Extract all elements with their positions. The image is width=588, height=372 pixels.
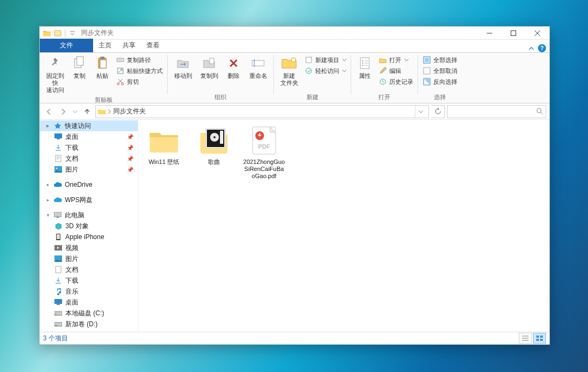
nav-documents[interactable]: 文档📌 [40, 153, 138, 164]
download-icon [54, 143, 63, 152]
svg-rect-23 [424, 68, 430, 74]
edit-button[interactable]: 编辑 [377, 66, 414, 76]
copy-to-button[interactable]: 复制到 [196, 54, 222, 81]
desktop-icon [54, 132, 63, 141]
move-to-button[interactable]: 移动到 [170, 54, 196, 81]
copy-button[interactable]: 复制 [68, 54, 91, 81]
properties-icon [357, 55, 373, 71]
nav-pictures-pc[interactable]: 图片 [40, 253, 138, 264]
properties-button[interactable]: 属性 [353, 54, 376, 81]
nav-local-disk-c[interactable]: 本地磁盘 (C:) [40, 308, 138, 319]
move-to-icon [175, 55, 191, 71]
breadcrumb-root[interactable] [108, 109, 111, 114]
file-pane[interactable]: Win11 壁纸 歌曲 PDF 2021ZhongGuoSiRenCaiFuBa… [138, 119, 549, 332]
pin-to-quick-access-button[interactable]: 固定到快 速访问 [42, 54, 68, 95]
file-name: Win11 壁纸 [149, 158, 179, 166]
easy-access-icon [304, 66, 313, 75]
help-icon[interactable]: ? [538, 44, 546, 52]
svg-rect-43 [55, 325, 58, 326]
document-icon [54, 154, 63, 163]
view-details-button[interactable] [519, 333, 532, 344]
open-button[interactable]: 打开 [377, 55, 414, 65]
address-box[interactable]: 同步文件夹 [95, 105, 429, 118]
svg-point-30 [56, 168, 58, 169]
tab-view[interactable]: 查看 [141, 39, 165, 52]
nav-music[interactable]: 音乐 [40, 286, 138, 297]
cloud-icon [53, 180, 62, 189]
cut-button[interactable]: 剪切 [115, 77, 164, 87]
tab-home[interactable]: 主页 [93, 39, 117, 52]
search-icon [536, 108, 543, 115]
download-icon [54, 276, 63, 285]
group-label-organize: 组织 [170, 92, 271, 103]
nav-desktop-pc[interactable]: 桌面 [40, 297, 138, 308]
video-icon [54, 243, 63, 252]
svg-rect-56 [540, 336, 543, 338]
nav-downloads[interactable]: 下载📌 [40, 142, 138, 153]
nav-downloads-pc[interactable]: 下载 [40, 275, 138, 286]
view-icons-button[interactable] [533, 333, 546, 344]
nav-desktop[interactable]: 桌面📌 [40, 131, 138, 142]
copy-icon [71, 55, 88, 71]
breadcrumb-item[interactable]: 同步文件夹 [113, 107, 146, 116]
select-none-button[interactable]: 全部取消 [421, 66, 458, 76]
nav-forward-button[interactable] [57, 106, 69, 118]
address-dropdown[interactable] [415, 106, 426, 118]
rename-button[interactable]: 重命名 [245, 54, 271, 81]
close-button[interactable] [525, 27, 549, 39]
nav-onedrive[interactable]: ▸OneDrive [40, 179, 138, 190]
pin-icon: 📌 [127, 145, 132, 151]
select-none-icon [422, 66, 431, 75]
nav-documents-pc[interactable]: 文档 [40, 264, 138, 275]
nav-back-button[interactable] [43, 106, 55, 118]
copy-path-button[interactable]: 复制路径 [115, 55, 164, 65]
new-folder-button[interactable]: 新建 文件夹 [276, 54, 302, 88]
qat-dropdown-icon[interactable] [68, 29, 77, 38]
cut-icon [116, 77, 125, 86]
nav-iphone[interactable]: Apple iPhone [40, 231, 138, 242]
pin-icon: 📌 [127, 156, 132, 162]
chevron-down-icon [405, 58, 408, 62]
nav-local-disk-d[interactable]: 新加卷 (D:) [40, 319, 138, 330]
svg-point-15 [306, 68, 311, 74]
svg-rect-0 [54, 31, 61, 36]
nav-videos[interactable]: 视频 [40, 242, 138, 253]
new-item-button[interactable]: 新建项目 [303, 55, 347, 65]
tab-file[interactable]: 文件 [40, 39, 93, 52]
select-all-button[interactable]: 全部选择 [421, 55, 458, 65]
search-box[interactable] [447, 105, 546, 118]
file-item-pdf[interactable]: PDF 2021ZhongGuoSiRenCaiFuBaoGao.pdf [243, 125, 285, 180]
tab-share[interactable]: 共享 [117, 39, 141, 52]
status-bar: 3 个项目 [40, 332, 549, 344]
ribbon-collapse-icon[interactable] [528, 45, 535, 52]
explorer-window: 同步文件夹 文件 主页 共享 查看 ? 固定 [39, 26, 550, 345]
paste-button[interactable]: 粘贴 [91, 54, 114, 81]
nav-up-button[interactable] [81, 106, 93, 118]
svg-point-19 [362, 65, 363, 66]
select-all-icon [422, 56, 431, 64]
nav-pictures[interactable]: 图片📌 [40, 164, 138, 175]
file-item-folder[interactable]: 歌曲 [193, 125, 235, 166]
ribbon-group-new: 新建 文件夹 新建项目 轻松访问 新建 [274, 53, 351, 103]
copy-to-icon [201, 55, 217, 71]
history-button[interactable]: 历史记录 [377, 77, 414, 87]
nav-3d-objects[interactable]: 3D 对象 [40, 221, 138, 231]
easy-access-button[interactable]: 轻松访问 [303, 66, 347, 76]
nav-pane: ►快速访问 桌面📌 下载📌 文档📌 图片📌 ▸OneDrive ▸WPS网盘 ▾… [40, 119, 138, 332]
nav-wps[interactable]: ▸WPS网盘 [40, 194, 138, 205]
body-area: ►快速访问 桌面📌 下载📌 文档📌 图片📌 ▸OneDrive ▸WPS网盘 ▾… [40, 119, 549, 332]
delete-button[interactable]: 删除 [222, 54, 245, 81]
svg-point-18 [362, 63, 363, 64]
disk-icon [54, 320, 63, 328]
paste-shortcut-button[interactable]: 粘贴快捷方式 [115, 66, 164, 76]
maximize-button[interactable] [501, 27, 525, 39]
refresh-button[interactable] [431, 105, 445, 118]
nav-quick-access[interactable]: ►快速访问 [40, 120, 138, 131]
svg-rect-39 [57, 304, 60, 305]
invert-selection-button[interactable]: 反向选择 [421, 77, 458, 87]
minimize-button[interactable] [477, 27, 501, 39]
svg-rect-3 [77, 57, 83, 65]
nav-this-pc[interactable]: ▾此电脑 [40, 210, 138, 221]
nav-recent-button[interactable] [71, 106, 79, 118]
file-item-folder[interactable]: Win11 壁纸 [143, 125, 185, 166]
